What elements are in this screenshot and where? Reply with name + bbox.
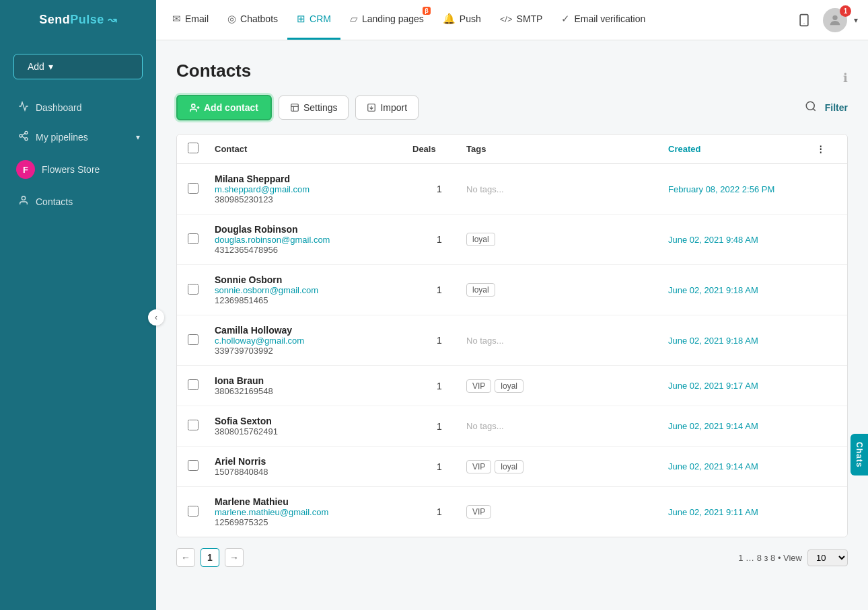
- nav-item-crm[interactable]: ⊞ CRM: [287, 0, 340, 40]
- row-checkbox[interactable]: [188, 284, 198, 295]
- row-checkbox[interactable]: [188, 506, 198, 517]
- nav-item-push[interactable]: 🔔 Push: [433, 0, 491, 40]
- add-contact-button[interactable]: Add contact: [176, 95, 272, 120]
- sidebar-collapse-button[interactable]: ‹: [148, 309, 164, 326]
- pagination: ← 1 → 1 … 8 з 8 • View 10 25 50 100: [176, 537, 848, 567]
- select-all-checkbox[interactable]: [188, 143, 198, 153]
- import-icon: [367, 103, 376, 112]
- sidebar-item-my-pipelines[interactable]: My pipelines ▾: [0, 122, 156, 152]
- page-total-info: 1 … 8 з 8 • View: [738, 553, 802, 563]
- contact-name[interactable]: Ariel Norris: [215, 456, 412, 467]
- user-avatar-wrap[interactable]: 1: [823, 8, 847, 32]
- row-checkbox-wrap[interactable]: [188, 379, 215, 392]
- chats-tab[interactable]: Chats: [851, 434, 868, 475]
- contact-email[interactable]: marlene.mathieu@gmail.com: [215, 507, 412, 517]
- tags-cell: VIPloyal: [466, 460, 668, 473]
- settings-button[interactable]: Settings: [279, 96, 349, 120]
- add-button[interactable]: Add ▾: [13, 54, 143, 79]
- deals-value: 1: [412, 421, 466, 432]
- col-header-more[interactable]: ⋮: [816, 144, 836, 154]
- contact-email[interactable]: douglas.robinson@gmail.com: [215, 235, 412, 245]
- notification-badge: 1: [840, 5, 851, 17]
- row-checkbox-wrap[interactable]: [188, 420, 215, 432]
- contact-name[interactable]: Douglas Robinson: [215, 224, 412, 235]
- prev-page-button[interactable]: ←: [176, 548, 195, 567]
- deals-value: 1: [412, 284, 466, 295]
- contact-name[interactable]: Milana Sheppard: [215, 174, 412, 184]
- sidebar-item-contacts[interactable]: Contacts: [0, 187, 156, 217]
- contact-name[interactable]: Sofia Sexton: [215, 416, 412, 426]
- nav-item-landing[interactable]: ▱ Landing pages β: [340, 0, 433, 40]
- row-checkbox-wrap[interactable]: [188, 233, 215, 246]
- tag-label: loyal: [495, 460, 523, 473]
- table-row: Sofia Sexton 3808015762491 1 No tags... …: [177, 406, 847, 447]
- current-page: 1: [201, 548, 219, 567]
- table-row: Milana Sheppard m.sheppard@gmail.com 380…: [177, 164, 847, 215]
- nav-item-smtp[interactable]: </> SMTP: [491, 0, 552, 40]
- no-tags-label: No tags...: [466, 184, 504, 194]
- row-checkbox[interactable]: [188, 334, 198, 345]
- row-checkbox[interactable]: [188, 460, 198, 471]
- svg-rect-0: [800, 14, 808, 26]
- sidebar-item-contacts-label: Contacts: [36, 196, 73, 207]
- table-row: Iona Braun 380632169548 1 VIPloyal June …: [177, 366, 847, 406]
- tag-label: VIP: [466, 460, 491, 473]
- nav-item-email[interactable]: ✉ Email: [163, 0, 218, 40]
- tag-label: VIP: [466, 379, 491, 393]
- push-icon: 🔔: [443, 13, 456, 25]
- tags-cell: VIP: [466, 505, 668, 519]
- contact-name[interactable]: Sonnie Osborn: [215, 274, 412, 285]
- nav-item-chatbots[interactable]: ◎ Chatbots: [218, 0, 287, 40]
- nav-email-verif-label: Email verification: [574, 13, 645, 24]
- row-checkbox[interactable]: [188, 379, 198, 390]
- row-checkbox[interactable]: [188, 183, 198, 194]
- view-count-select[interactable]: 10 25 50 100: [807, 549, 848, 566]
- sidebar-item-flowers-store[interactable]: F Flowers Store: [0, 152, 156, 187]
- svg-point-2: [832, 15, 837, 20]
- table-body: Milana Sheppard m.sheppard@gmail.com 380…: [177, 164, 847, 537]
- sidebar-item-dashboard[interactable]: Dashboard: [0, 93, 156, 122]
- settings-label: Settings: [303, 102, 338, 113]
- mobile-icon-btn[interactable]: [792, 8, 816, 32]
- contact-email[interactable]: m.sheppard@gmail.com: [215, 184, 412, 194]
- nav-smtp-label: SMTP: [517, 13, 543, 24]
- search-button[interactable]: [805, 100, 817, 116]
- contact-name[interactable]: Iona Braun: [215, 375, 412, 386]
- tag-label: loyal: [495, 379, 523, 393]
- avatar-chevron: ▾: [854, 15, 858, 25]
- next-page-button[interactable]: →: [225, 548, 244, 567]
- contact-email[interactable]: c.holloway@gmail.com: [215, 336, 412, 346]
- row-checkbox[interactable]: [188, 420, 198, 430]
- contact-phone: 380985230123: [215, 194, 412, 204]
- svg-point-8: [22, 196, 25, 200]
- contact-name[interactable]: Marlene Mathieu: [215, 496, 412, 507]
- nav-item-email-verif[interactable]: ✓ Email verification: [552, 0, 655, 40]
- table-header: Contact Deals Tags Created ⋮: [177, 135, 847, 164]
- row-checkbox-wrap[interactable]: [188, 183, 215, 196]
- row-checkbox-wrap[interactable]: [188, 284, 215, 297]
- created-value: June 02, 2021 9:14 AM: [668, 461, 816, 471]
- contact-name[interactable]: Camilla Holloway: [215, 325, 412, 336]
- contact-phone: 380632169548: [215, 386, 412, 396]
- import-button[interactable]: Import: [355, 96, 419, 120]
- row-checkbox[interactable]: [188, 233, 198, 244]
- select-all-checkbox-wrap[interactable]: [188, 143, 215, 155]
- row-checkbox-wrap[interactable]: [188, 460, 215, 473]
- col-header-created[interactable]: Created: [668, 144, 816, 154]
- info-icon[interactable]: ℹ: [843, 71, 848, 85]
- table-row: Douglas Robinson douglas.robinson@gmail.…: [177, 215, 847, 265]
- tags-cell: No tags...: [466, 421, 668, 431]
- filter-button[interactable]: Filter: [825, 102, 848, 113]
- col-header-deals: Deals: [412, 144, 466, 154]
- sidebar-item-pipelines-label: My pipelines: [36, 132, 88, 143]
- contact-info: Douglas Robinson douglas.robinson@gmail.…: [215, 224, 412, 255]
- row-checkbox-wrap[interactable]: [188, 334, 215, 347]
- add-button-label: Add: [28, 61, 44, 72]
- sidebar-item-dashboard-label: Dashboard: [36, 102, 82, 113]
- row-checkbox-wrap[interactable]: [188, 506, 215, 519]
- contact-email[interactable]: sonnie.osborn@gmail.com: [215, 285, 412, 295]
- nav-crm-label: CRM: [310, 13, 331, 24]
- tags-cell: No tags...: [466, 184, 668, 194]
- dashboard-icon: [18, 101, 29, 114]
- svg-point-5: [25, 138, 28, 141]
